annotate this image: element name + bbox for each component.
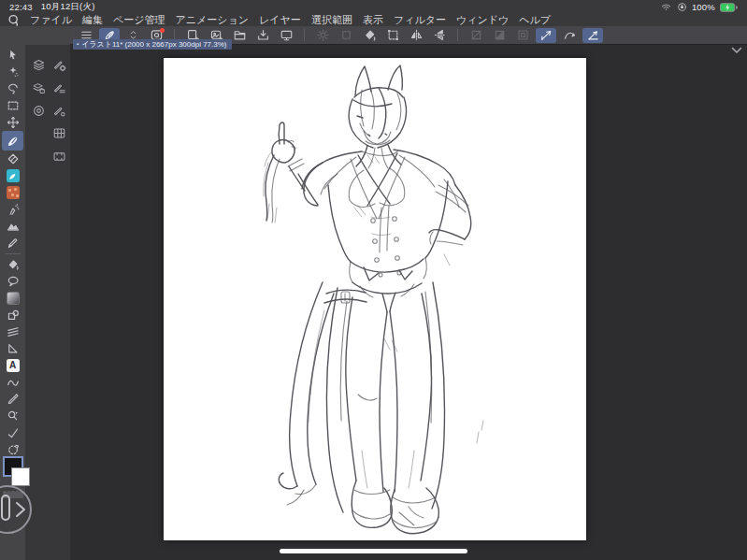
snap-ruler-icon[interactable]: [536, 28, 556, 43]
text-tool[interactable]: A: [2, 357, 23, 374]
blend-tool[interactable]: [2, 167, 23, 184]
menu-animation[interactable]: アニメーション: [176, 13, 250, 27]
battery-charging-icon: [720, 3, 738, 12]
eraser-tool[interactable]: [2, 151, 23, 167]
fill-icon[interactable]: [359, 28, 380, 43]
clip-studio-paint-logo[interactable]: [7, 14, 20, 26]
color-adjust-icon[interactable]: [312, 28, 333, 43]
top-bar: 22:43 10月12日(火) 100% ファイル 編集 ページ管理 アニメーシ…: [0, 0, 747, 26]
collapse-palettes-chevron-icon[interactable]: [731, 47, 742, 54]
layer-property-palette-icon[interactable]: [30, 79, 47, 96]
eyedropper-tool[interactable]: [2, 391, 23, 408]
decoration-tool[interactable]: [2, 184, 23, 201]
text-tool-glyph: A: [7, 359, 20, 372]
move-tool[interactable]: [2, 114, 23, 131]
open-file-icon[interactable]: [229, 28, 250, 43]
wifi-icon: [660, 2, 672, 12]
ruler-tool[interactable]: [2, 323, 23, 340]
save-icon[interactable]: [252, 28, 273, 43]
menu-page-management[interactable]: ページ管理: [113, 13, 165, 27]
correct-line-tool[interactable]: [2, 374, 23, 391]
menu-file[interactable]: ファイル: [30, 13, 72, 27]
canvas-tab[interactable]: ▪ イラスト11* (2000 x 2667px 300dpi 77.3%): [73, 39, 232, 50]
gradient-tool[interactable]: [2, 290, 23, 307]
tool-property-palette-icon[interactable]: [50, 79, 67, 96]
tool-divider: [5, 253, 21, 254]
sub-tool-detail-palette-icon[interactable]: [50, 56, 67, 73]
flip-vertical-icon[interactable]: [429, 28, 450, 43]
frame-border-tool[interactable]: [2, 340, 23, 357]
command-bar-spacer: [0, 26, 70, 45]
timeline-palette-icon[interactable]: [50, 148, 67, 165]
quick-access-palette-icon[interactable]: [50, 124, 67, 141]
edge-keyboard-tab[interactable]: [0, 483, 34, 536]
clip-layer-icon[interactable]: [466, 28, 486, 43]
menu-window[interactable]: ウィンドウ: [456, 13, 509, 27]
balloon-tool[interactable]: [2, 273, 23, 290]
status-date: 10月12日(火): [41, 1, 95, 13]
document-area[interactable]: [70, 45, 747, 560]
marquee-tool[interactable]: [2, 97, 23, 114]
menu-filter[interactable]: フィルター: [394, 13, 446, 27]
export-icon[interactable]: [276, 28, 296, 43]
snap-special-ruler-icon[interactable]: [559, 28, 580, 43]
home-indicator[interactable]: [280, 549, 467, 553]
airbrush-tool[interactable]: [2, 201, 23, 218]
navigator-palette-icon[interactable]: [30, 102, 47, 119]
menu-edit[interactable]: 編集: [82, 13, 103, 27]
layer-palette-icon[interactable]: [30, 56, 47, 73]
lock-transparent-icon[interactable]: [489, 28, 510, 43]
menu-selection[interactable]: 選択範囲: [311, 13, 352, 27]
status-time: 22:43: [9, 2, 33, 12]
line-check-tool[interactable]: [2, 424, 23, 441]
menu-view[interactable]: 表示: [363, 13, 383, 27]
menu-layer[interactable]: レイヤー: [259, 13, 301, 27]
operation-tool[interactable]: [2, 47, 23, 64]
object-tool[interactable]: [2, 408, 23, 424]
fill-tool[interactable]: [2, 256, 23, 273]
horse-character-sketch: [164, 58, 586, 540]
battery-percent: 100%: [692, 2, 715, 12]
lasso-tool[interactable]: [2, 80, 23, 97]
reference-layer-icon[interactable]: [512, 28, 533, 43]
selection-icon[interactable]: [336, 28, 356, 43]
pencil-tool[interactable]: [2, 235, 23, 251]
notification-badge: [160, 28, 165, 33]
brush-tool[interactable]: [2, 218, 23, 235]
transform-icon[interactable]: [382, 28, 403, 43]
pen-tool[interactable]: [2, 131, 23, 151]
brush-size-palette-icon[interactable]: [50, 102, 67, 119]
snap-grid-icon[interactable]: [582, 28, 603, 43]
auto-select-tool[interactable]: [2, 64, 23, 80]
figure-tool[interactable]: [2, 307, 23, 323]
status-bar: 22:43 10月12日(火) 100%: [0, 0, 747, 13]
canvas[interactable]: [164, 58, 586, 540]
menu-help[interactable]: ヘルプ: [519, 13, 551, 27]
canvas-tab-label: イラスト11* (2000 x 2667px 300dpi 77.3%): [81, 39, 226, 50]
orientation-lock-icon: [677, 2, 687, 12]
flip-horizontal-icon[interactable]: [406, 28, 426, 43]
unsaved-indicator: ▪: [77, 39, 79, 50]
menu-bar: ファイル 編集 ページ管理 アニメーション レイヤー 選択範囲 表示 フィルター…: [0, 13, 747, 27]
